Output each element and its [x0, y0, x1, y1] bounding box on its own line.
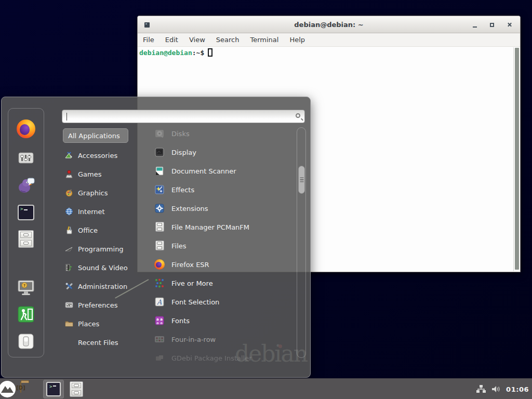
four-in-a-row-icon: [154, 334, 165, 344]
svg-text:>: >: [20, 206, 23, 211]
app-fonts[interactable]: a aa a Fonts: [149, 311, 289, 330]
terminal-icon[interactable]: >: [17, 203, 35, 222]
document-scanner-icon: [154, 166, 165, 176]
terminal-window-icon: [144, 22, 150, 28]
category-sound-video[interactable]: ♪ Sound & Video: [63, 258, 140, 277]
logout-icon[interactable]: [17, 305, 35, 324]
terminal-scrollbar-thumb[interactable]: [515, 48, 519, 270]
minimize-button[interactable]: [468, 16, 482, 33]
category-places[interactable]: Places: [63, 314, 140, 333]
category-programming[interactable]: Programming: [63, 240, 140, 258]
app-gdebi-package-installer[interactable]: GDebi Package Installer: [149, 349, 289, 363]
extensions-gear-icon: [154, 203, 165, 214]
category-office[interactable]: Office: [63, 221, 140, 240]
volume-icon[interactable]: [491, 384, 501, 394]
effects-icon: [154, 184, 165, 195]
font-selection-icon: A: [154, 297, 165, 307]
menu-search[interactable]: Search: [216, 36, 240, 44]
app-font-selection[interactable]: A Font Selection: [149, 292, 289, 311]
menu-terminal[interactable]: Terminal: [250, 36, 278, 44]
terminal-scrollbar[interactable]: [513, 47, 520, 271]
prompt-path: :~$: [192, 49, 204, 57]
menu-view[interactable]: View: [189, 36, 205, 44]
firefox-icon: [154, 259, 165, 270]
screensaver-lock-icon[interactable]: ?: [17, 278, 35, 297]
category-internet[interactable]: Internet: [63, 202, 140, 221]
menu-file[interactable]: File: [143, 36, 154, 44]
app-four-in-a-row[interactable]: Four-in-a-row: [149, 330, 289, 349]
category-graphics[interactable]: Graphics: [63, 183, 140, 202]
programming-icon: [65, 245, 73, 253]
application-menu: > ? All Applications Accessories Games: [1, 97, 311, 378]
app-five-or-more[interactable]: Five or More: [149, 274, 289, 292]
file-cabinet-icon: [154, 241, 165, 251]
taskbar-clock[interactable]: 01:06: [506, 385, 529, 393]
pidgin-icon[interactable]: [17, 176, 35, 195]
menu-help[interactable]: Help: [289, 36, 305, 44]
terminal-cursor: [208, 48, 212, 57]
menu-scrollbar-thumb[interactable]: [298, 166, 305, 194]
menu-edit[interactable]: Edit: [165, 36, 178, 44]
menu-launcher-icon[interactable]: [0, 380, 17, 398]
app-document-scanner[interactable]: Document Scanner: [149, 162, 289, 180]
terminal-titlebar[interactable]: debian@debian: ~: [138, 16, 520, 33]
app-extensions[interactable]: Extensions: [149, 199, 289, 218]
app-disks[interactable]: Disks: [149, 124, 289, 143]
games-icon: [65, 170, 73, 178]
close-icon: [507, 22, 512, 27]
app-display[interactable]: Display: [149, 143, 289, 162]
category-accessories[interactable]: Accessories: [63, 146, 140, 165]
network-icon[interactable]: [476, 384, 486, 394]
folder-icon[interactable]: [D]: [20, 382, 21, 392]
svg-text:a a: a a: [156, 321, 163, 325]
sound-video-icon: ♪: [65, 263, 73, 272]
scrollbar-grip-icon: [300, 178, 303, 182]
taskbar-files-button[interactable]: [70, 381, 83, 397]
file-cabinet-icon: [154, 222, 165, 232]
category-games[interactable]: Games: [63, 165, 140, 183]
places-folder-icon: [65, 320, 73, 328]
category-all-applications[interactable]: All Applications: [63, 128, 128, 143]
maximize-button[interactable]: [485, 16, 499, 33]
text-caret: [66, 113, 67, 121]
shell-prompt: debian@debian:~$: [138, 47, 520, 57]
window-title: debian@debian: ~: [294, 21, 363, 29]
graphics-icon: [65, 189, 73, 197]
favorites-panel: > ?: [8, 108, 44, 357]
minimize-icon: [473, 26, 477, 28]
disks-icon: [154, 128, 165, 139]
file-cabinet-icon[interactable]: [17, 230, 35, 248]
taskbar-terminal-button[interactable]: >: [43, 380, 64, 398]
category-administration[interactable]: Administration: [63, 277, 140, 296]
file-cabinet-icon: [70, 381, 83, 397]
app-file-manager-pcmanfm[interactable]: File Manager PCManFM: [149, 218, 289, 236]
accessories-icon: [65, 151, 73, 159]
application-list: Disks Display Document Scanner Effects E…: [149, 121, 295, 363]
taskbar: [D] > 01:06: [0, 378, 532, 399]
category-recent-files[interactable]: Recent Files: [63, 333, 140, 352]
svg-text:?: ?: [23, 284, 25, 288]
power-switch-icon[interactable]: [17, 332, 35, 351]
firefox-icon[interactable]: [17, 119, 35, 138]
app-firefox-esr[interactable]: Firefox ESR: [149, 255, 289, 274]
five-or-more-dots-icon: [154, 278, 165, 288]
close-button[interactable]: [502, 16, 516, 33]
system-tray: 01:06: [476, 379, 529, 399]
menu-scrollbar-track[interactable]: [297, 127, 306, 358]
display-icon: [154, 147, 165, 157]
category-preferences[interactable]: Preferences: [63, 296, 140, 314]
app-files[interactable]: Files: [149, 236, 289, 255]
prompt-user: debian@debian: [139, 49, 192, 57]
maximize-icon: [490, 23, 494, 27]
control-center-icon[interactable]: [17, 149, 35, 167]
internet-globe-icon: [65, 207, 73, 216]
gdebi-package-icon: [154, 353, 165, 363]
app-effects[interactable]: Effects: [149, 180, 289, 199]
administration-tools-icon: [65, 282, 73, 290]
terminal-menubar: File Edit View Search Terminal Help: [138, 33, 520, 47]
search-icon: [296, 113, 300, 118]
terminal-icon: >: [46, 382, 61, 396]
office-icon: [65, 226, 73, 234]
preferences-icon: [65, 301, 73, 309]
svg-text:♪: ♪: [69, 265, 72, 272]
